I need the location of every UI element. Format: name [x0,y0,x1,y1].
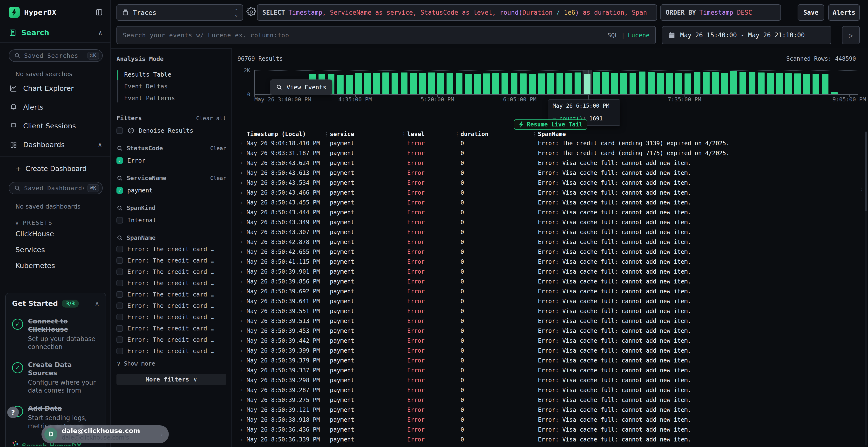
saved-dashboards-input[interactable]: Saved Dashboards ⌘K [9,182,103,194]
table-options-icon[interactable]: ⋮ [859,185,865,192]
table-row[interactable]: ›May 26 8:50:43.624 PMpaymentError0Error… [238,158,868,168]
row-expand-chevron-icon[interactable]: › [238,437,244,442]
histogram-bar[interactable] [684,73,691,94]
histogram-bar[interactable] [803,74,810,94]
sql-select-editor[interactable]: SELECTTimestamp, ServiceName as service,… [257,4,657,21]
events-histogram[interactable]: 2K 0 [254,70,858,95]
analysis-mode-event-deltas[interactable]: Event Deltas [117,80,226,92]
row-expand-chevron-icon[interactable]: › [238,160,244,166]
histogram-bar[interactable] [740,72,746,94]
histogram-bar[interactable] [822,74,829,94]
filter-option-internal[interactable]: Internal [117,217,226,224]
histogram-bar[interactable] [611,73,618,94]
table-row[interactable]: ›May 26 8:50:39.513 PMpaymentError0Error… [238,316,868,326]
table-row[interactable]: ›May 26 8:50:39.856 PMpaymentError0Error… [238,276,868,286]
row-expand-chevron-icon[interactable]: › [238,298,244,304]
sidebar-item-chart-explorer[interactable]: Chart Explorer [0,79,111,98]
sidebar-item-alerts[interactable]: Alerts [0,98,111,116]
spanname-option[interactable]: Error: The credit card … [117,302,226,309]
row-expand-chevron-icon[interactable]: › [238,269,244,275]
histogram-bar[interactable] [845,94,852,94]
row-expand-chevron-icon[interactable]: › [238,347,244,353]
table-row[interactable]: ›May 26 8:50:43.455 PMpaymentError0Error… [238,198,868,207]
sidebar-collapse-icon[interactable] [95,8,103,16]
table-row[interactable]: ›May 26 8:50:39.901 PMpaymentError0Error… [238,267,868,276]
histogram-bar[interactable] [410,73,416,94]
sidebar-item-dashboards[interactable]: Dashboards ∧ [0,135,111,154]
histogram-bar[interactable] [785,73,792,94]
preset-kubernetes[interactable]: Kubernetes [0,258,111,274]
histogram-bar[interactable] [758,72,765,94]
histogram-bar[interactable] [767,73,774,94]
column-header-level[interactable]: level⋮ [405,131,458,138]
table-row[interactable]: ›May 26 8:50:41.115 PMpaymentError0Error… [238,257,868,267]
column-drag-handle-icon[interactable]: ⋮ [532,131,537,137]
table-row[interactable]: ›May 26 8:50:39.287 PMpaymentError0Error… [238,385,868,395]
row-expand-chevron-icon[interactable]: › [238,328,244,334]
histogram-bar[interactable] [419,73,426,94]
column-drag-handle-icon[interactable]: ⋮ [324,131,329,137]
histogram-bar[interactable] [382,72,389,94]
view-events-button[interactable]: View Events [270,79,332,95]
table-row[interactable]: ›May 26 8:50:43.307 PMpaymentError0Error… [238,227,868,237]
histogram-bar[interactable] [593,72,600,94]
row-expand-chevron-icon[interactable]: › [238,140,244,146]
row-expand-chevron-icon[interactable]: › [238,199,244,205]
filter-group-name[interactable]: SpanName [127,234,156,241]
row-expand-chevron-icon[interactable]: › [238,357,244,364]
histogram-bar[interactable] [254,94,261,94]
row-expand-chevron-icon[interactable]: › [238,426,244,433]
histogram-bar[interactable] [648,72,655,94]
table-row[interactable]: ›May 26 8:50:39.379 PMpaymentError0Error… [238,355,868,365]
row-expand-chevron-icon[interactable]: › [238,170,244,176]
create-dashboard-button[interactable]: + Create Dashboard [0,157,111,175]
spanname-option[interactable]: Error: The credit card … [117,325,226,332]
row-expand-chevron-icon[interactable]: › [238,229,244,235]
denoise-results-checkbox[interactable]: Denoise Results [117,127,226,134]
histogram-bar[interactable] [730,71,737,94]
row-expand-chevron-icon[interactable]: › [238,308,244,314]
histogram-bar[interactable] [446,73,453,94]
histogram-bar[interactable] [392,73,398,94]
histogram-bar[interactable] [703,72,710,94]
presets-toggle[interactable]: ∨ PRESETS [0,211,111,226]
table-row[interactable]: ›May 26 9:04:18.410 PMpaymentError0Error… [238,138,868,148]
histogram-bar[interactable] [456,73,462,94]
histogram-bar[interactable] [565,73,572,94]
column-header-spanname[interactable]: SpanName⋮ [535,131,868,138]
time-range-picker[interactable]: May 26 15:40:00 - May 26 21:10:00 [662,26,831,44]
row-expand-chevron-icon[interactable]: › [238,219,244,225]
table-row[interactable]: ›May 26 8:50:39.442 PMpaymentError0Error… [238,336,868,346]
filter-group-name[interactable]: ServiceName [127,175,166,182]
histogram-bar[interactable] [812,74,819,94]
histogram-bar[interactable] [465,74,472,94]
table-row[interactable]: ›May 26 8:50:39.121 PMpaymentError0Error… [238,405,868,415]
histogram-bar[interactable] [538,73,545,94]
spanname-option[interactable]: Error: The credit card … [117,246,226,253]
filter-group-name[interactable]: StatusCode [127,145,163,152]
histogram-bar[interactable] [721,73,728,94]
histogram-bar[interactable] [511,73,518,94]
column-header-timestamp[interactable]: Timestamp (Local) [244,131,328,138]
histogram-bar[interactable] [529,74,536,94]
histogram-bar[interactable] [657,73,664,94]
save-button[interactable]: Save [798,4,824,21]
table-row[interactable]: ›May 26 8:50:39.399 PMpaymentError0Error… [238,346,868,355]
table-row[interactable]: ›May 26 8:50:43.613 PMpaymentError0Error… [238,168,868,178]
table-row[interactable]: ›May 26 8:50:36.329 PMpaymentError0Error… [238,444,868,447]
table-row[interactable]: ›May 26 8:50:39.275 PMpaymentError0Error… [238,395,868,405]
row-expand-chevron-icon[interactable]: › [238,377,244,383]
histogram-bar[interactable] [373,73,380,94]
row-expand-chevron-icon[interactable]: › [238,318,244,324]
resume-live-tail-button[interactable]: Resume Live Tail [514,119,587,130]
preset-clickhouse[interactable]: ClickHouse [0,226,111,242]
row-expand-chevron-icon[interactable]: › [238,190,244,196]
table-row[interactable]: ›May 26 8:50:38.918 PMpaymentError0Error… [238,415,868,424]
row-expand-chevron-icon[interactable]: › [238,417,244,423]
table-row[interactable]: ›May 26 8:50:42.655 PMpaymentError0Error… [238,247,868,257]
column-drag-handle-icon[interactable]: ⋮ [455,131,460,137]
vertical-scrollbar[interactable] [865,131,867,446]
get-started-step[interactable]: ✓Create Data SourcesConfigure where your… [12,361,99,395]
saved-searches-input[interactable]: Saved Searches ⌘K [9,49,103,62]
clear-servicename-link[interactable]: Clear [210,175,226,181]
